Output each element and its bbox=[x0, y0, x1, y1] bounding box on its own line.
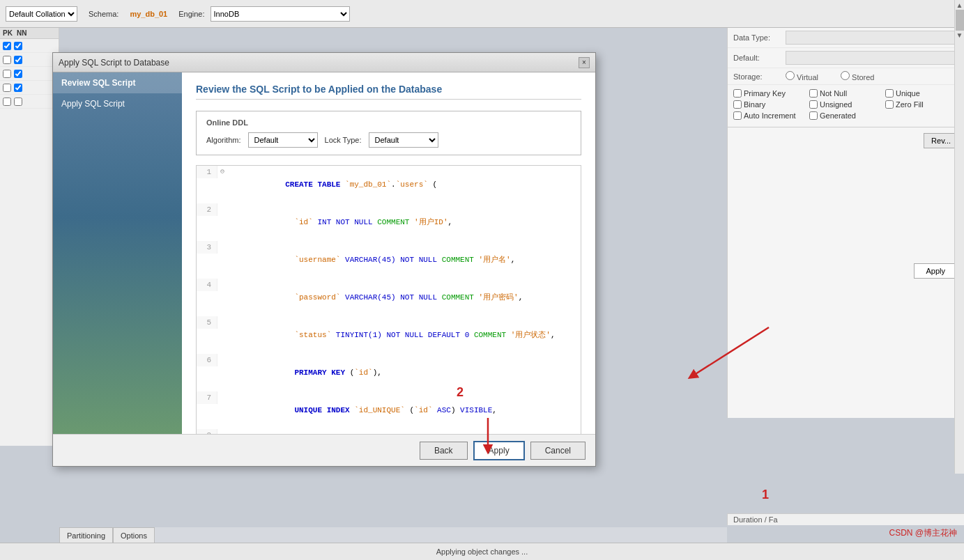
duration-label: Duration / Fa bbox=[733, 515, 778, 524]
modal-close-button[interactable]: × bbox=[579, 57, 590, 68]
not-null-cb[interactable] bbox=[809, 89, 818, 98]
sidebar-review-sql[interactable]: Review SQL Script bbox=[53, 72, 182, 93]
nn-checkbox-2[interactable] bbox=[14, 56, 22, 64]
unsigned-label: Unsigned bbox=[820, 100, 852, 109]
sql-line-6: 6 PRIMARY KEY (`id`), bbox=[197, 354, 581, 391]
apply-button[interactable]: Apply bbox=[473, 441, 525, 460]
schema-label: Schema: bbox=[89, 10, 118, 18]
status-bar: Applying object changes ... bbox=[0, 543, 964, 560]
tab-partitioning[interactable]: Partitioning bbox=[59, 527, 113, 543]
binary-cb[interactable] bbox=[733, 100, 742, 109]
left-panel: PK NN bbox=[0, 28, 59, 446]
not-null-item: Not Null bbox=[809, 89, 882, 98]
right-panel-revert-button[interactable]: Rev... bbox=[924, 133, 958, 148]
engine-label: Engine: bbox=[178, 10, 204, 18]
nn-checkbox-1[interactable] bbox=[14, 42, 22, 50]
modal-heading: Review the SQL Script to be Applied on t… bbox=[196, 84, 581, 100]
sql-line-5: 5 `status` TINYINT(1) NOT NULL DEFAULT 0… bbox=[197, 316, 581, 354]
left-panel-header: PK NN bbox=[0, 28, 59, 39]
data-type-input[interactable] bbox=[786, 31, 958, 45]
left-panel-row bbox=[0, 67, 59, 81]
watermark: CSDN @博主花神 bbox=[889, 527, 957, 539]
sidebar-apply-label: Apply SQL Script bbox=[61, 99, 125, 109]
pk-checkbox-4[interactable] bbox=[3, 84, 11, 92]
left-panel-row bbox=[0, 39, 59, 53]
data-type-row: Data Type: bbox=[728, 28, 964, 48]
zero-fill-cb[interactable] bbox=[885, 100, 894, 109]
scroll-up-arrow[interactable]: ▲ bbox=[955, 0, 964, 9]
sql-code-area: 1 ⊖ CREATE TABLE `my_db_01`.`users` ( 2 … bbox=[196, 165, 581, 434]
generated-cb[interactable] bbox=[809, 111, 818, 120]
generated-label: Generated bbox=[820, 111, 856, 120]
auto-increment-label: Auto Increment bbox=[744, 111, 796, 120]
zero-fill-item: Zero Fill bbox=[885, 100, 958, 109]
pk-checkbox-2[interactable] bbox=[3, 56, 11, 64]
modal-title: Apply SQL Script to Database bbox=[59, 58, 169, 68]
lock-type-label: Lock Type: bbox=[325, 136, 362, 144]
lock-type-select[interactable]: Default bbox=[369, 132, 438, 148]
scrollbar-thumb-v[interactable] bbox=[956, 10, 964, 31]
sidebar-review-label: Review SQL Script bbox=[61, 78, 135, 88]
cancel-button[interactable]: Cancel bbox=[530, 442, 586, 460]
modal-dialog: Apply SQL Script to Database × Review SQ… bbox=[52, 52, 596, 467]
auto-increment-item: Auto Increment bbox=[733, 111, 806, 120]
storage-stored[interactable] bbox=[841, 71, 850, 80]
binary-item: Binary bbox=[733, 100, 806, 109]
primary-key-label: Primary Key bbox=[744, 89, 786, 98]
sql-line-1: 1 ⊖ CREATE TABLE `my_db_01`.`users` ( bbox=[197, 166, 581, 203]
left-panel-row bbox=[0, 81, 59, 95]
default-label: Default: bbox=[733, 54, 786, 62]
collation-select[interactable]: Default Collation bbox=[6, 6, 77, 22]
pk-checkbox-1[interactable] bbox=[3, 42, 11, 50]
tab-options[interactable]: Options bbox=[113, 527, 155, 543]
online-ddl-legend: Online DDL bbox=[206, 118, 571, 127]
unsigned-item: Unsigned bbox=[809, 100, 882, 109]
modal-footer: Back Apply Cancel bbox=[53, 434, 595, 466]
right-panel: Data Type: Default: Storage: Virtual Sto… bbox=[727, 28, 964, 418]
back-button[interactable]: Back bbox=[420, 442, 468, 460]
auto-increment-cb[interactable] bbox=[733, 111, 742, 120]
modal-sidebar: Review SQL Script Apply SQL Script bbox=[53, 72, 182, 434]
sidebar-apply-sql[interactable]: Apply SQL Script bbox=[53, 93, 182, 114]
pk-checkbox-5[interactable] bbox=[3, 98, 11, 106]
sql-line-4: 4 `password` VARCHAR(45) NOT NULL COMMEN… bbox=[197, 279, 581, 316]
sql-line-7: 7 UNIQUE INDEX `id_UNIQUE` (`id` ASC) VI… bbox=[197, 391, 581, 429]
ddl-row: Algorithm: Default Lock Type: Default bbox=[206, 132, 571, 148]
modal-titlebar: Apply SQL Script to Database × bbox=[53, 53, 595, 72]
left-panel-row bbox=[0, 53, 59, 67]
engine-select[interactable]: InnoDB bbox=[211, 6, 350, 22]
default-input[interactable] bbox=[786, 51, 958, 65]
online-ddl-section: Online DDL Algorithm: Default Lock Type:… bbox=[196, 111, 581, 155]
default-row: Default: bbox=[728, 48, 964, 68]
schema-value: my_db_01 bbox=[130, 10, 167, 18]
workbench-scrollbar[interactable]: ▲ ▼ bbox=[954, 0, 964, 474]
nn-checkbox-5[interactable] bbox=[14, 98, 22, 106]
unique-cb[interactable] bbox=[885, 89, 894, 98]
storage-row: Storage: Virtual Stored bbox=[728, 68, 964, 85]
storage-label: Storage: bbox=[733, 72, 786, 81]
applying-status: Applying object changes ... bbox=[436, 547, 528, 556]
algorithm-select[interactable]: Default bbox=[248, 132, 318, 148]
scroll-down-arrow[interactable]: ▼ bbox=[955, 31, 964, 40]
bottom-tabs: Partitioning Options bbox=[59, 527, 727, 543]
primary-key-cb[interactable] bbox=[733, 89, 742, 98]
duration-row: Duration / Fa bbox=[727, 513, 964, 525]
unsigned-cb[interactable] bbox=[809, 100, 818, 109]
generated-item: Generated bbox=[809, 111, 882, 120]
binary-label: Binary bbox=[744, 100, 765, 109]
right-panel-apply-button[interactable]: Apply bbox=[914, 263, 957, 279]
not-null-label: Not Null bbox=[820, 89, 847, 98]
unique-item: Unique bbox=[885, 89, 958, 98]
nn-checkbox-3[interactable] bbox=[14, 70, 22, 78]
sql-line-2: 2 `id` INT NOT NULL COMMENT '用户ID', bbox=[197, 203, 581, 241]
unique-label: Unique bbox=[896, 89, 920, 98]
modal-main-content: Review the SQL Script to be Applied on t… bbox=[182, 72, 595, 434]
pk-checkbox-3[interactable] bbox=[3, 70, 11, 78]
algorithm-label: Algorithm: bbox=[206, 136, 241, 144]
storage-virtual[interactable] bbox=[786, 71, 795, 80]
modal-body: Review SQL Script Apply SQL Script Revie… bbox=[53, 72, 595, 434]
nn-checkbox-4[interactable] bbox=[14, 84, 22, 92]
top-bar: Default Collation Schema: my_db_01 Engin… bbox=[0, 0, 964, 28]
left-panel-row bbox=[0, 95, 59, 109]
data-type-label: Data Type: bbox=[733, 33, 786, 42]
